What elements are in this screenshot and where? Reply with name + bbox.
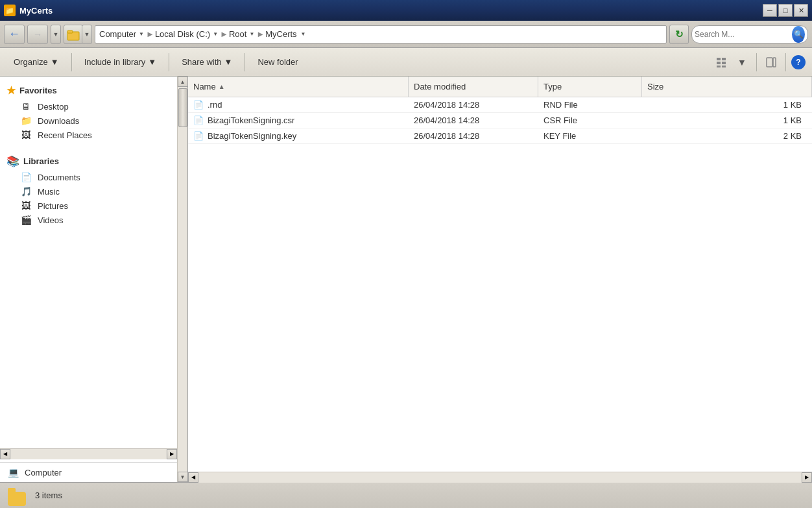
path-root[interactable]: Root▼ — [229, 29, 256, 39]
col-header-date[interactable]: Date modified — [409, 77, 538, 97]
svg-rect-1 — [67, 30, 73, 33]
scroll-down-arrow[interactable]: ▼ — [178, 472, 188, 482]
address-bar: ← → ▼ ▼ Computer▼ ► Local Disk (C:)▼ ► R… — [0, 21, 812, 48]
libraries-header[interactable]: 📚 Libraries — [0, 152, 187, 170]
favorites-star-icon: ★ — [6, 84, 16, 97]
include-library-button[interactable]: Include in library ▼ — [77, 52, 164, 73]
sidebar-bottom: 💻 Computer — [0, 462, 187, 482]
toolbar-view-controls: ▼ ? — [712, 53, 806, 71]
status-bar: 3 items — [0, 482, 812, 508]
computer-icon: 💻 — [6, 467, 19, 478]
forward-button[interactable]: → — [27, 25, 48, 44]
file-size-cell: 2 KB — [642, 129, 812, 143]
path-end-dropdown[interactable]: ▼ — [300, 31, 307, 37]
maximize-button[interactable]: □ — [778, 4, 793, 17]
videos-icon: 🎬 — [19, 215, 32, 225]
view-details-button[interactable] — [712, 53, 730, 71]
folder-up-button[interactable] — [64, 25, 83, 44]
file-date-cell: 26/04/2018 14:28 — [409, 129, 538, 143]
col-header-name[interactable]: Name ▲ — [188, 77, 409, 97]
documents-icon: 📄 — [19, 172, 32, 182]
table-row[interactable]: 📄 BizagiTokenSigning.csr 26/04/2018 14:2… — [188, 113, 812, 128]
window-controls: ─ □ ✕ — [763, 4, 808, 17]
sidebar-h-right[interactable]: ▶ — [167, 449, 177, 459]
content-area: Name ▲ Date modified Type Size 📄 .rnd 26… — [188, 77, 812, 482]
sidebar-content: ★ Favorites 🖥 Desktop 📁 Downloads 🖼 Rece… — [0, 77, 187, 462]
file-size-cell: 1 KB — [642, 114, 812, 127]
col-header-size[interactable]: Size — [642, 77, 812, 97]
svg-rect-7 — [722, 66, 726, 67]
file-name-cell: 📄 BizagiTokenSigning.key — [188, 129, 409, 143]
refresh-button[interactable]: ↻ — [669, 25, 689, 44]
view-dropdown-button[interactable]: ▼ — [733, 53, 751, 71]
search-button[interactable]: 🔍 — [792, 26, 805, 43]
path-mycerts[interactable]: MyCerts — [265, 29, 296, 39]
file-icon: 📄 — [193, 131, 204, 141]
path-localdisk[interactable]: Local Disk (C:)▼ — [155, 29, 219, 39]
close-button[interactable]: ✕ — [794, 4, 808, 17]
address-path[interactable]: Computer▼ ► Local Disk (C:)▼ ► Root▼ ► M… — [95, 25, 667, 43]
toolbar-separator-2 — [169, 53, 169, 71]
new-folder-button[interactable]: New folder — [250, 52, 305, 73]
sidebar: ★ Favorites 🖥 Desktop 📁 Downloads 🖼 Rece… — [0, 77, 188, 482]
sidebar-item-music[interactable]: 🎵 Music — [0, 184, 187, 199]
svg-rect-3 — [722, 58, 726, 60]
file-icon: 📄 — [193, 100, 204, 110]
col-header-type[interactable]: Type — [538, 77, 642, 97]
sidebar-item-desktop[interactable]: 🖥 Desktop — [0, 99, 187, 114]
libraries-section: 📚 Libraries 📄 Documents 🎵 Music 🖼 Pictur… — [0, 152, 187, 227]
sidebar-h-left[interactable]: ◀ — [0, 449, 10, 459]
h-scrollbar: ◀ ▶ — [188, 472, 812, 482]
folder-shape — [8, 492, 26, 506]
search-input[interactable] — [695, 30, 792, 39]
desktop-icon: 🖥 — [19, 101, 32, 112]
favorites-header[interactable]: ★ Favorites — [0, 82, 187, 99]
scroll-thumb[interactable] — [178, 88, 187, 127]
app-icon: 📁 — [4, 5, 16, 16]
back-button[interactable]: ← — [4, 25, 25, 44]
svg-rect-8 — [767, 58, 772, 67]
recent-icon: 🖼 — [19, 130, 32, 140]
svg-rect-4 — [717, 62, 721, 64]
folder-icon — [67, 28, 80, 41]
organize-button[interactable]: Organize ▼ — [6, 52, 66, 73]
nav-dropdown[interactable]: ▼ — [51, 25, 61, 44]
minimize-button[interactable]: ─ — [763, 4, 777, 17]
file-type-cell: RND File — [538, 98, 642, 112]
main-layout: ★ Favorites 🖥 Desktop 📁 Downloads 🖼 Rece… — [0, 77, 812, 482]
sidebar-h-scrollbar: ◀ ▶ — [0, 448, 177, 459]
file-name-cell: 📄 .rnd — [188, 98, 409, 112]
file-type-cell: CSR File — [538, 114, 642, 127]
search-box[interactable]: 🔍 — [691, 25, 808, 43]
status-folder-icon — [6, 485, 27, 506]
sidebar-h-track — [10, 449, 167, 459]
toolbar-separator-1 — [71, 53, 72, 71]
sidebar-item-downloads[interactable]: 📁 Downloads — [0, 114, 187, 128]
sidebar-item-documents[interactable]: 📄 Documents — [0, 170, 187, 184]
file-size-cell: 1 KB — [642, 98, 812, 112]
sidebar-scrollbar: ▲ ▼ — [177, 77, 187, 482]
sidebar-item-recent[interactable]: 🖼 Recent Places — [0, 128, 187, 142]
table-row[interactable]: 📄 BizagiTokenSigning.key 26/04/2018 14:2… — [188, 128, 812, 144]
view-details-icon — [716, 57, 726, 67]
title-bar: 📁 MyCerts ─ □ ✕ — [0, 0, 812, 21]
svg-rect-6 — [717, 66, 721, 67]
toolbar: Organize ▼ Include in library ▼ Share wi… — [0, 48, 812, 77]
scroll-up-arrow[interactable]: ▲ — [178, 77, 188, 87]
sidebar-item-videos[interactable]: 🎬 Videos — [0, 213, 187, 227]
path-computer[interactable]: Computer▼ — [99, 29, 145, 39]
svg-rect-9 — [773, 58, 776, 67]
table-row[interactable]: 📄 .rnd 26/04/2018 14:28 RND File 1 KB — [188, 97, 812, 113]
favorites-section: ★ Favorites 🖥 Desktop 📁 Downloads 🖼 Rece… — [0, 82, 187, 142]
share-with-button[interactable]: Share with ▼ — [174, 52, 239, 73]
help-button[interactable]: ? — [791, 55, 806, 69]
h-scroll-right[interactable]: ▶ — [802, 472, 812, 483]
file-list-header: Name ▲ Date modified Type Size — [188, 77, 812, 97]
file-date-cell: 26/04/2018 14:28 — [409, 114, 538, 127]
folder-dropdown[interactable]: ▼ — [82, 25, 92, 44]
sidebar-item-computer[interactable]: 💻 Computer — [0, 465, 187, 479]
preview-button[interactable] — [762, 53, 780, 71]
sidebar-item-pictures[interactable]: 🖼 Pictures — [0, 199, 187, 213]
h-scroll-left[interactable]: ◀ — [188, 472, 198, 483]
pictures-icon: 🖼 — [19, 200, 32, 211]
